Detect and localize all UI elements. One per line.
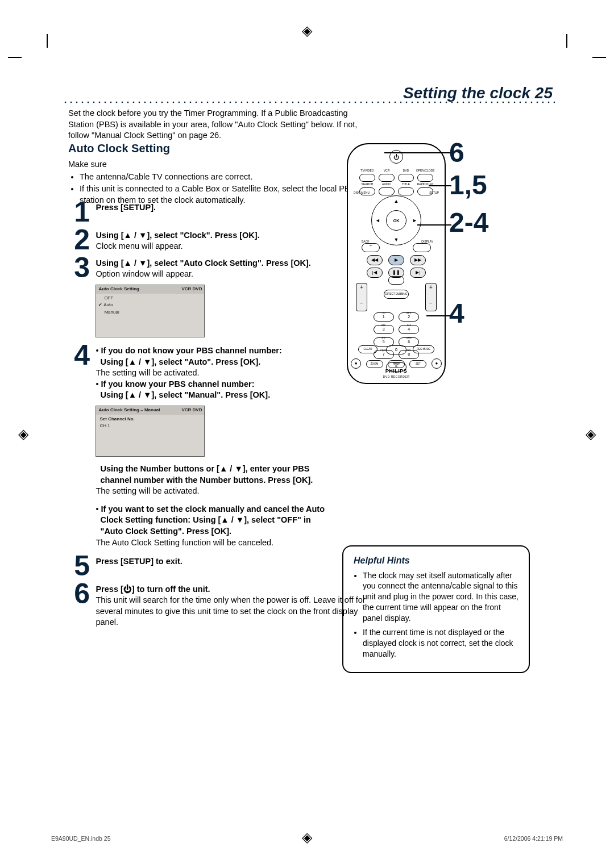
step-number: 3 — [63, 256, 90, 280]
page-number: 25 — [535, 84, 553, 102]
page-header: Setting the clock 25 — [403, 84, 553, 102]
step-3: 3 Using [▲ / ▼], select "Auto Clock Sett… — [63, 256, 381, 337]
num-button: DEF3 — [374, 325, 394, 334]
crop-mark — [8, 57, 22, 58]
remote-button — [379, 187, 395, 195]
callout-2-4: 2-4 — [449, 209, 488, 236]
step-number: 4 — [63, 343, 90, 368]
callout-line — [417, 224, 451, 226]
play-button: ▶ — [388, 255, 404, 265]
ffw-button: ▶▶ — [410, 255, 426, 265]
menu-label: Set Channel No. — [98, 416, 202, 423]
step-note: The setting will be activated. — [96, 486, 199, 495]
remote-outline: ⏻ TV/VIDEOVCRDVDOPEN/CLOSE SEARCHAUDIOTI… — [347, 143, 446, 384]
step-instruction: Press [SETUP] to exit. — [96, 557, 182, 566]
rec-button: ● — [351, 358, 361, 369]
bottom-row: ● ZOOM TIMER SET ● — [348, 357, 445, 369]
footer-filename: E9A90UD_EN.indb 25 — [51, 835, 110, 842]
intro-text: Set the clock before you try the Timer P… — [68, 108, 375, 141]
step-instruction: Using [▲ / ▼], select "Clock". Press [OK… — [96, 231, 259, 240]
step-instruction: Clock Setting function: Using [▲ / ▼], s… — [101, 515, 311, 524]
makesure-lead: Make sure — [68, 160, 107, 169]
step-1: 1 Press [SETUP]. — [63, 200, 381, 224]
onscreen-menu: Auto Clock Setting – Manual VCR DVD Set … — [96, 406, 205, 457]
rew-button: ◀◀ — [367, 255, 383, 265]
num-button: .@/1 — [374, 312, 394, 322]
crop-mark — [566, 34, 567, 48]
remote-label: VCR — [377, 169, 396, 172]
remote-label: DVD — [396, 169, 416, 172]
steps: 1 Press [SETUP]. 2 Using [▲ / ▼], select… — [63, 200, 381, 632]
callout-6: 6 — [449, 139, 464, 166]
remote-label: DISC MENU — [354, 191, 370, 194]
remote-label: BACK — [362, 240, 370, 243]
step-instruction: Using the Number buttons or [▲ / ▼], ent… — [101, 464, 310, 473]
step-note: Clock menu will appear. — [96, 241, 182, 251]
remote-label: OPEN/CLOSE — [416, 169, 435, 172]
step-instruction: Press [⏻] to turn off the unit. — [96, 585, 210, 594]
step-5: 5 Press [SETUP] to exit. — [63, 554, 381, 578]
step-note: The setting will be activated. — [96, 368, 199, 377]
remote-label: TV/VIDEO — [358, 169, 377, 172]
callout-line — [384, 152, 450, 153]
remote-label: SETUP — [429, 191, 439, 194]
skip-button — [388, 276, 404, 285]
callout-1-5: 1,5 — [449, 172, 487, 199]
step-note: The Auto Clock Setting function will be … — [96, 538, 273, 547]
step-instruction: Using [▲ / ▼], select "Auto Clock Settin… — [96, 258, 310, 268]
dotted-rule — [63, 101, 557, 104]
crop-mark — [592, 57, 606, 58]
callout-line — [426, 315, 450, 316]
section-title: Auto Clock Setting — [68, 142, 170, 155]
step-instruction: Using [▲ / ▼], select "Manual". Press [O… — [101, 390, 271, 399]
set-button: SET — [409, 360, 426, 368]
rec-button: ● — [432, 358, 442, 369]
zoom-button: ZOOM — [366, 360, 383, 368]
ok-button: OK — [386, 210, 406, 231]
step-instruction: Using [▲ / ▼], select "Auto". Press [OK]… — [101, 357, 261, 366]
page-title: Setting the clock — [403, 84, 530, 102]
callout-line — [429, 185, 451, 186]
step-instruction: If you want to set the clock manually an… — [101, 504, 325, 514]
callout-4: 4 — [449, 300, 464, 327]
remote-label: AUDIO — [377, 182, 396, 186]
step-instruction: Press [SETUP]. — [96, 203, 156, 212]
registration-mark-icon: ◈ — [586, 426, 596, 442]
registration-mark-icon: ◈ — [302, 23, 312, 39]
back-button: ↩ — [362, 243, 380, 252]
hints-title: Helpful Hints — [354, 554, 520, 567]
recmode-button: REC MODE — [413, 345, 434, 353]
remote-button — [398, 187, 414, 195]
brand-label: PHILIPS — [348, 368, 445, 374]
hint-item: If the current time is not displayed or … — [363, 627, 520, 660]
step-note: Option window will appear. — [96, 269, 193, 278]
num-button: ABC2 — [399, 312, 419, 322]
arrow-right-icon: ► — [412, 218, 417, 223]
step-instruction: "Auto Clock Setting". Press [OK]. — [101, 527, 231, 536]
arrow-left-icon: ◄ — [375, 218, 380, 223]
menu-item-selected: Auto — [98, 302, 202, 309]
remote-label: TITLE — [396, 182, 416, 186]
clear-button: CLEAR — [358, 345, 377, 353]
step-2: 2 Using [▲ / ▼], select "Clock". Press [… — [63, 228, 381, 252]
footer-timestamp: 6/12/2006 4:21:19 PM — [504, 835, 563, 842]
next-button: ▶| — [410, 268, 426, 278]
hint-item: The clock may set itself automatically a… — [363, 570, 520, 624]
timer-button: TIMER — [388, 360, 405, 368]
step-6: 6 Press [⏻] to turn off the unit. This u… — [63, 582, 381, 628]
menu-item: OFF — [98, 295, 202, 302]
registration-mark-icon: ◈ — [18, 426, 28, 442]
onscreen-menu: Auto Clock Setting VCR DVD OFF Auto Manu… — [96, 285, 205, 337]
prev-button: |◀ — [367, 268, 383, 278]
step-4: 4 • If you do not know your PBS channel … — [63, 343, 381, 548]
num-button: GHI4 — [399, 325, 419, 334]
helpful-hints-box: Helpful Hints The clock may set itself a… — [342, 545, 530, 673]
arrow-down-icon: ▼ — [394, 237, 399, 243]
nav-ring: OK ▲ ▼ ◄ ► — [371, 195, 421, 245]
menu-item: Manual — [98, 309, 202, 316]
remote-label: SEARCH — [358, 182, 377, 186]
remote-label: DISPLAY — [421, 240, 433, 243]
step-number: 6 — [63, 582, 90, 606]
crop-mark — [47, 34, 48, 48]
menu-mode: VCR DVD — [181, 286, 202, 293]
